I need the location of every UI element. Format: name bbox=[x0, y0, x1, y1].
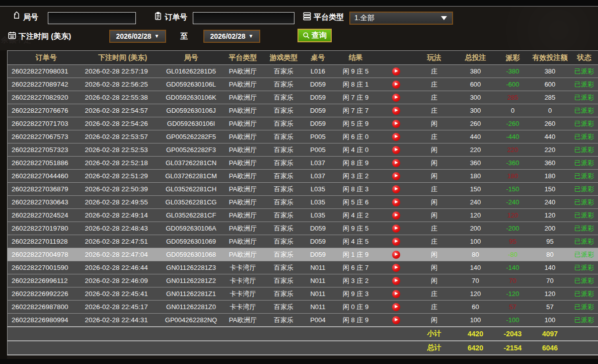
table-row[interactable]: 2602282270245242026-02-28 22:49:14GL0352… bbox=[8, 209, 598, 222]
result-cell: 闲 6 庄 7 bbox=[333, 261, 379, 274]
payout-cell: -200 bbox=[496, 222, 530, 235]
result-cell: 闲 7 庄 9 bbox=[333, 91, 379, 104]
date-from-picker[interactable]: 2026/02/28▼ bbox=[109, 30, 166, 43]
bet-time-cell: 2026-02-28 22:56:25 bbox=[85, 78, 161, 91]
table-row[interactable]: 2602282270444602026-02-28 22:51:29GL0372… bbox=[8, 170, 598, 183]
play-video-icon[interactable]: ▶ bbox=[392, 94, 400, 102]
date-to-picker[interactable]: 2026/02/28▼ bbox=[203, 30, 260, 43]
payout-cell: 120 bbox=[496, 209, 530, 222]
play-video-icon[interactable]: ▶ bbox=[392, 81, 400, 89]
total-bet-cell: 240 bbox=[456, 196, 496, 209]
table-row[interactable]: 2602282270766762026-02-28 22:54:57GD0592… bbox=[8, 104, 598, 117]
bet-type-cell: 闲 bbox=[413, 196, 456, 209]
order-no-cell: 260228227019780 bbox=[8, 222, 85, 235]
order-no-cell: 260228227082920 bbox=[8, 91, 85, 104]
result-cell: 闲 8 庄 1 bbox=[333, 78, 379, 91]
play-video-icon[interactable]: ▶ bbox=[392, 107, 400, 115]
bet-type-cell: 庄 bbox=[413, 78, 456, 91]
table-row[interactable]: 2602282270675732026-02-28 22:53:57GP0052… bbox=[8, 130, 598, 143]
table-row[interactable]: 2602282269961122026-02-28 22:46:09GN0112… bbox=[8, 274, 598, 287]
game-type-cell: 百家乐 bbox=[264, 314, 304, 327]
game-type-cell: 百家乐 bbox=[264, 261, 304, 274]
table-row[interactable]: 2602282270897422026-02-28 22:56:25GD0592… bbox=[8, 78, 598, 91]
round-no-cell: GL037262281CN bbox=[161, 157, 222, 170]
play-video-icon[interactable]: ▶ bbox=[392, 316, 400, 324]
game-type-cell: 百家乐 bbox=[264, 104, 304, 117]
search-button[interactable]: 查询 bbox=[297, 29, 332, 42]
order-no-cell: 260228227044460 bbox=[8, 170, 85, 183]
table-row[interactable]: 2602282270197802026-02-28 22:48:43GD0592… bbox=[8, 222, 598, 235]
table-row[interactable]: 2602282270368792026-02-28 22:50:39GL0352… bbox=[8, 183, 598, 196]
order-no-cell: 260228227089742 bbox=[8, 78, 85, 91]
table-row[interactable]: 2602282270717032026-02-28 22:54:26GD0592… bbox=[8, 117, 598, 130]
table-row[interactable]: 2602282270573232026-02-28 22:52:53GP0052… bbox=[8, 143, 598, 157]
play-video-icon[interactable]: ▶ bbox=[392, 264, 400, 272]
table-row[interactable]: 2602282270829202026-02-28 22:55:38GD0592… bbox=[8, 91, 598, 104]
play-cell: ▶ bbox=[379, 157, 413, 170]
table-row[interactable]: 2602282270980312026-02-28 22:57:19GL0162… bbox=[8, 65, 598, 78]
status-cell: 已派彩 bbox=[570, 130, 598, 143]
result-cell: 闲 8 庄 3 bbox=[333, 183, 379, 196]
play-video-icon[interactable]: ▶ bbox=[392, 198, 400, 206]
table-row[interactable]: 2602282269878002026-02-28 22:45:17GN0112… bbox=[8, 301, 598, 314]
order-no-input[interactable] bbox=[193, 12, 294, 24]
search-icon bbox=[303, 32, 310, 39]
play-video-icon[interactable]: ▶ bbox=[392, 146, 400, 154]
table-no-cell: L035 bbox=[304, 183, 333, 196]
play-video-icon[interactable]: ▶ bbox=[392, 225, 400, 233]
play-cell: ▶ bbox=[379, 301, 413, 314]
platform-cell: PA欧洲厅 bbox=[222, 78, 264, 91]
play-video-icon[interactable]: ▶ bbox=[392, 185, 400, 193]
grand-total-spacer bbox=[8, 341, 413, 355]
play-video-icon[interactable]: ▶ bbox=[392, 120, 400, 128]
play-cell: ▶ bbox=[379, 65, 413, 78]
bet-time-cell: 2026-02-28 22:54:26 bbox=[85, 117, 161, 130]
table-row[interactable]: 2602282270306432026-02-28 22:49:55GL0352… bbox=[8, 196, 598, 209]
payout-cell: -360 bbox=[496, 157, 530, 170]
table-row[interactable]: 2602282269922262026-02-28 22:45:41GN0112… bbox=[8, 287, 598, 301]
play-video-icon[interactable]: ▶ bbox=[392, 159, 400, 167]
bet-time-cell: 2026-02-28 22:53:57 bbox=[85, 130, 161, 143]
bet-records-table: 订单号下注时间 (美东)局号平台类型游戏类型桌号结果玩法总投注派彩有效投注额状态… bbox=[7, 50, 598, 355]
order-no-cell: 260228227024524 bbox=[8, 209, 85, 222]
game-type-cell: 百家乐 bbox=[264, 248, 304, 261]
valid-bet-cell: 600 bbox=[530, 78, 570, 91]
platform-cell: 卡卡湾厅 bbox=[222, 274, 264, 287]
table-row[interactable]: 2602282270049782026-02-28 22:47:04GD0592… bbox=[8, 248, 598, 261]
platform-type-select[interactable]: 1.全部 bbox=[349, 12, 453, 25]
play-video-icon[interactable]: ▶ bbox=[392, 211, 400, 220]
round-no-cell: GN011262281Z2 bbox=[161, 274, 222, 287]
round-no-cell: GD0592630106A bbox=[161, 222, 222, 235]
platform-cell: 卡卡湾厅 bbox=[222, 261, 264, 274]
round-no-input[interactable] bbox=[48, 12, 136, 24]
platform-type-selected-value: 1.全部 bbox=[350, 14, 441, 23]
table-no-cell: D059 bbox=[304, 104, 333, 117]
game-type-cell: 百家乐 bbox=[264, 196, 304, 209]
table-row[interactable]: 2602282270015902026-02-28 22:46:44GN0112… bbox=[8, 261, 598, 274]
game-type-cell: 百家乐 bbox=[264, 274, 304, 287]
play-video-icon[interactable]: ▶ bbox=[392, 251, 400, 259]
play-video-icon[interactable]: ▶ bbox=[392, 238, 400, 246]
bet-type-cell: 庄 bbox=[413, 130, 456, 143]
table-row[interactable]: 2602282270119282026-02-28 22:47:51GD0592… bbox=[8, 235, 598, 248]
platform-cell: PA欧洲厅 bbox=[222, 117, 264, 130]
play-video-icon[interactable]: ▶ bbox=[392, 277, 400, 285]
status-cell: 已派彩 bbox=[570, 196, 598, 209]
play-video-icon[interactable]: ▶ bbox=[392, 133, 400, 141]
order-no-cell: 260228226996112 bbox=[8, 274, 85, 287]
play-video-icon[interactable]: ▶ bbox=[392, 67, 400, 76]
bet-type-cell: 闲 bbox=[413, 157, 456, 170]
bet-type-cell: 庄 bbox=[413, 301, 456, 314]
payout-cell: -240 bbox=[496, 196, 530, 209]
play-video-icon[interactable]: ▶ bbox=[392, 303, 400, 311]
table-row[interactable]: 2602282270518862026-02-28 22:52:18GL0372… bbox=[8, 157, 598, 170]
bet-type-cell: 闲 bbox=[413, 314, 456, 327]
payout-cell: 57 bbox=[496, 301, 530, 314]
play-video-icon[interactable]: ▶ bbox=[392, 172, 400, 180]
table-no-cell: D059 bbox=[304, 248, 333, 261]
table-row[interactable]: 2602282269809942026-02-28 22:44:31GP0042… bbox=[8, 314, 598, 327]
play-video-icon[interactable]: ▶ bbox=[392, 290, 400, 298]
column-header-2: 局号 bbox=[161, 51, 222, 65]
valid-bet-cell: 140 bbox=[530, 261, 570, 274]
game-type-cell: 百家乐 bbox=[264, 170, 304, 183]
